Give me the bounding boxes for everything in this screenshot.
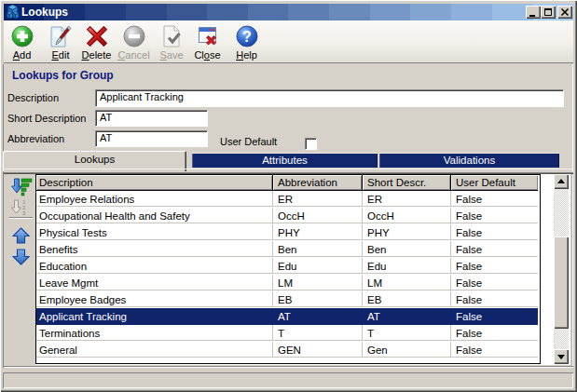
svg-text:3: 3 xyxy=(22,210,26,216)
svg-text:?: ? xyxy=(242,29,252,45)
